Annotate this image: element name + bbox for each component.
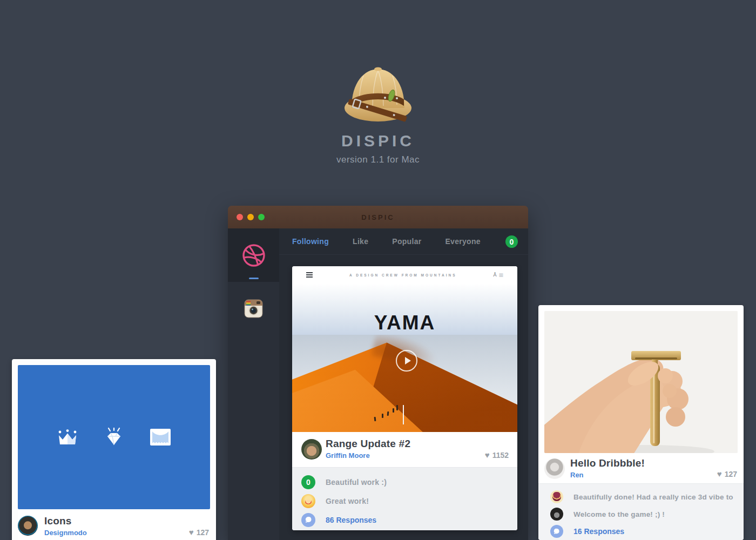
zoom-button[interactable] bbox=[258, 214, 265, 220]
author-avatar[interactable] bbox=[544, 458, 565, 479]
tab-everyone[interactable]: Everyone bbox=[445, 237, 480, 246]
heart-icon bbox=[485, 450, 490, 460]
app-version: version 1.1 for Mac bbox=[0, 154, 756, 165]
likes-count: 1152 bbox=[492, 451, 509, 460]
author-avatar[interactable] bbox=[18, 516, 38, 536]
shot-author-link[interactable]: Ren bbox=[570, 471, 645, 479]
shot-card-range-update: A DESIGN CREW FROM MOUNTAINS Å YAMA bbox=[292, 266, 517, 530]
responses-link[interactable]: 16 Responses bbox=[573, 527, 624, 536]
shot-title[interactable]: Range Update #2 bbox=[326, 438, 410, 450]
comment-text: Great work! bbox=[326, 497, 369, 505]
mockup-navbar: A DESIGN CREW FROM MOUNTAINS Å bbox=[292, 266, 517, 284]
comment-text: Beautifully done! Had a really nice 3d v… bbox=[573, 493, 735, 501]
tab-following[interactable]: Following bbox=[292, 237, 329, 246]
stage-icon bbox=[150, 428, 171, 446]
shot-card-hello-dribbble: Hello Dribbble! Ren 127 Beautifully done… bbox=[538, 305, 744, 540]
likes[interactable]: 127 bbox=[717, 469, 737, 478]
shot-card-icons: Icons Designmodo 127 bbox=[12, 359, 216, 540]
safari-helmet-icon bbox=[343, 58, 413, 124]
comment: Great work! bbox=[301, 491, 517, 510]
comments-section: 0 Beautiful work :) Great work! 86 Respo… bbox=[292, 468, 517, 530]
commenter-avatar[interactable] bbox=[301, 494, 315, 508]
tab-like[interactable]: Like bbox=[353, 237, 368, 246]
shot-author-link[interactable]: Griffin Moore bbox=[326, 451, 410, 460]
app-title: DISPIC bbox=[0, 132, 756, 150]
play-button[interactable] bbox=[396, 350, 417, 372]
comment-text: Welcome to the game! ;) ! bbox=[573, 510, 665, 518]
page: DISPIC version 1.1 for Mac DISPIC bbox=[0, 0, 756, 540]
comment: 0 Beautiful work :) bbox=[301, 473, 517, 491]
shot-image[interactable] bbox=[544, 311, 738, 453]
mockup-logo-glyph: Å bbox=[493, 272, 496, 278]
menu-icon bbox=[306, 272, 313, 278]
shot-info: Hello Dribbble! Ren 127 bbox=[538, 453, 744, 484]
hero-section: DISPIC version 1.1 for Mac bbox=[0, 58, 756, 165]
crown-icon bbox=[57, 429, 78, 446]
mockup-tagline: A DESIGN CREW FROM MOUNTAINS bbox=[349, 273, 456, 277]
comment: Beautifully done! Had a really nice 3d v… bbox=[550, 488, 744, 505]
commenter-avatar[interactable] bbox=[550, 490, 563, 503]
mockup-brand: YAMA bbox=[374, 313, 436, 335]
heart-icon bbox=[189, 528, 194, 537]
dribbble-icon bbox=[241, 243, 266, 268]
shot-image[interactable] bbox=[18, 365, 210, 509]
active-indicator bbox=[249, 278, 259, 279]
likes[interactable]: 127 bbox=[189, 528, 209, 537]
commenter-avatar[interactable]: 0 bbox=[301, 475, 315, 489]
shot-title[interactable]: Hello Dribbble! bbox=[570, 457, 645, 469]
new-shots-badge[interactable]: 0 bbox=[505, 235, 518, 248]
heart-icon bbox=[717, 469, 722, 478]
traffic-lights bbox=[237, 206, 265, 228]
close-button[interactable] bbox=[237, 214, 243, 220]
comment-text: Beautiful work :) bbox=[326, 478, 387, 487]
commenter-avatar[interactable] bbox=[550, 508, 563, 521]
likes-count: 127 bbox=[197, 528, 209, 537]
app-window: DISPIC bbox=[228, 206, 528, 540]
tab-bar: Following Like Popular Everyone 0 bbox=[279, 228, 528, 255]
window-title: DISPIC bbox=[361, 213, 394, 221]
sidebar-item-dribbble[interactable] bbox=[228, 228, 279, 282]
chat-bubble-icon bbox=[301, 513, 315, 527]
sidebar-item-instagram[interactable] bbox=[228, 282, 279, 335]
instagram-icon bbox=[244, 299, 263, 318]
shot-author-link[interactable]: Designmodo bbox=[44, 529, 87, 537]
sidebar bbox=[228, 228, 279, 540]
chat-bubble-icon bbox=[550, 525, 563, 538]
comments-section: Beautifully done! Had a really nice 3d v… bbox=[538, 484, 744, 540]
author-avatar[interactable] bbox=[301, 439, 322, 460]
grid-icon bbox=[498, 272, 503, 278]
responses-row: 86 Responses bbox=[301, 510, 517, 529]
shot-title[interactable]: Icons bbox=[44, 515, 87, 527]
likes[interactable]: 1152 bbox=[485, 450, 509, 460]
responses-row: 16 Responses bbox=[550, 523, 744, 540]
likes-count: 127 bbox=[725, 470, 737, 478]
mockup-nav-right: Å bbox=[493, 272, 503, 278]
mockup-hero: YAMA bbox=[292, 284, 517, 335]
tab-popular[interactable]: Popular bbox=[392, 237, 421, 246]
responses-link[interactable]: 86 Responses bbox=[326, 516, 376, 524]
feed-panel: Following Like Popular Everyone 0 A DESI… bbox=[279, 228, 528, 540]
diamond-icon bbox=[104, 428, 124, 447]
desert-photo bbox=[292, 335, 517, 432]
minimize-button[interactable] bbox=[247, 214, 254, 220]
hand-razor-photo bbox=[544, 311, 738, 453]
shot-info: Icons Designmodo 127 bbox=[18, 509, 210, 540]
window-titlebar: DISPIC bbox=[228, 206, 528, 228]
shot-info: Range Update #2 Griffin Moore 1152 bbox=[292, 432, 517, 468]
shot-image[interactable]: A DESIGN CREW FROM MOUNTAINS Å YAMA bbox=[292, 266, 517, 432]
comment: Welcome to the game! ;) ! bbox=[550, 505, 744, 523]
